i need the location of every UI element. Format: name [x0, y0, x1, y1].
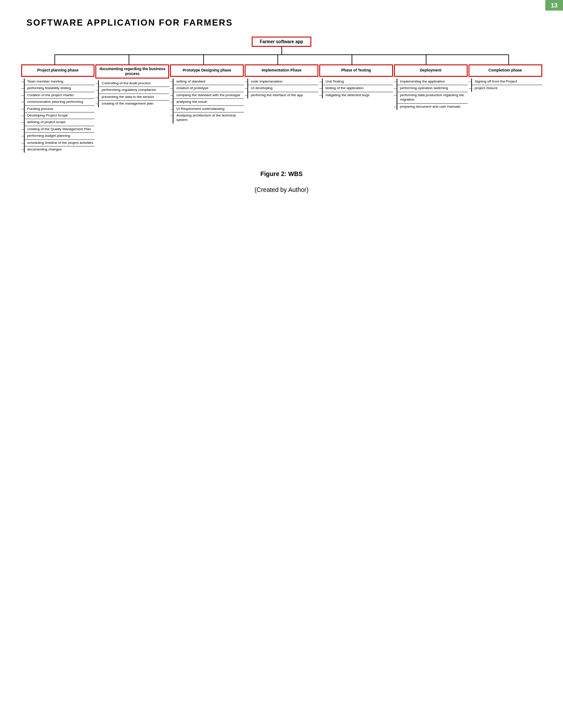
list-item: Analysing architecture of the technical …	[174, 113, 244, 124]
wbs-connector-svg	[21, 47, 542, 64]
list-item: Funding process	[25, 106, 95, 113]
list-item: analysing the result	[174, 99, 244, 105]
list-item: performing data production regarding the…	[397, 92, 468, 104]
phase-box-documenting: documenting regarding the business proce…	[95, 64, 169, 79]
wbs-items-planning: Team member meeting performing feasibili…	[24, 79, 95, 153]
figure-author: (Created by Author)	[0, 186, 563, 193]
wbs-diagram: Farmer software app Project planning pha…	[21, 37, 542, 153]
list-item: performig the interface of the app	[248, 92, 318, 98]
figure-caption: Figure 2: WBS	[0, 166, 563, 182]
list-item: Signing off from the Project	[472, 79, 542, 85]
list-item: UI Requirement understanding	[174, 106, 244, 113]
wbs-col-completion: Completiom phase Signing off from the Pr…	[469, 64, 542, 92]
wbs-items-prototype: setting of standard creation of prototyp…	[173, 79, 244, 124]
wbs-cols: Project planning phase Team member meeti…	[21, 64, 542, 153]
list-item: preparing document and user manuals	[397, 104, 468, 110]
wbs-items-deployment: Implementing the application performing …	[397, 79, 468, 110]
wbs-items-completion: Signing off from the Project project clo…	[471, 79, 542, 92]
list-item: performing operation switching	[397, 85, 468, 92]
list-item: performing feasibility testing	[25, 85, 95, 92]
list-item: creation of prototype	[174, 85, 244, 92]
list-item: communication planning performing	[25, 99, 95, 105]
list-item: creating of the management plan	[99, 101, 169, 107]
list-item: setting of standard	[174, 79, 244, 85]
list-item: presenting the data to the seniors	[99, 94, 169, 101]
list-item: defining of project scope	[25, 119, 95, 126]
list-item: Implementing the application	[397, 79, 468, 85]
list-item: comparig the standard with the prototype	[174, 92, 244, 99]
list-item: UI developing	[248, 85, 318, 92]
list-item: testing of the application	[323, 85, 393, 92]
list-item: creating of the Quality Management Plan	[25, 126, 95, 133]
phase-box-implementation: Implementation Phase	[245, 64, 318, 77]
phase-box-testing: Phase of Testing	[319, 64, 393, 77]
list-item: Unit Testing	[323, 79, 393, 85]
list-item: Creation of the project charter	[25, 92, 95, 99]
phase-box-deployment: Deployment	[394, 64, 468, 77]
wbs-root-box: Farmer software app	[252, 37, 311, 47]
wbs-col-testing: Phase of Testing Unit Testing testing of…	[319, 64, 393, 98]
phase-box-completion: Completiom phase	[469, 64, 542, 77]
list-item: Developing Project Scope	[25, 113, 95, 119]
wbs-items-testing: Unit Testing testing of the application …	[322, 79, 393, 98]
wbs-col-deployment: Deployment Implementing the application …	[394, 64, 468, 110]
wbs-col-planning: Project planning phase Team member meeti…	[21, 64, 95, 153]
phase-box-planning: Project planning phase	[21, 64, 95, 77]
wbs-col-implementation: Implementation Phase code implemenation …	[245, 64, 318, 98]
list-item: code implemenation	[248, 79, 318, 85]
list-item: documenting changes	[25, 146, 95, 153]
list-item: scheduling timeline of the project activ…	[25, 140, 95, 146]
wbs-col-prototype: Prototype Designing phase setting of sta…	[170, 64, 244, 124]
list-item: mitigating the detected bugs	[323, 92, 393, 98]
page-title: SOFTWARE APPLICATION FOR FARMERS	[0, 0, 563, 37]
list-item: project closure	[472, 85, 542, 91]
list-item: performieng regulatory compliance	[99, 87, 169, 94]
wbs-items-documenting: Controlling of the Audit process perform…	[98, 80, 169, 107]
list-item: Controlling of the Audit process	[99, 80, 169, 87]
wbs-col-documenting: documenting regarding the business proce…	[95, 64, 169, 107]
list-item: performing budget planning	[25, 133, 95, 139]
phase-box-prototype: Prototype Designing phase	[170, 64, 244, 77]
page-number: 13	[545, 0, 563, 11]
wbs-items-implementation: code implemenation UI developing perform…	[247, 79, 318, 98]
wbs-root-row: Farmer software app	[21, 37, 542, 47]
list-item: Team member meeting	[25, 79, 95, 85]
